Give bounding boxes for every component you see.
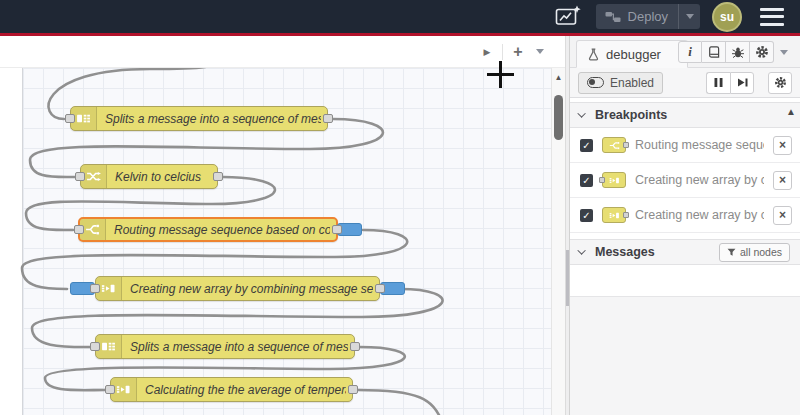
flow-node-split-1[interactable]: Splits a message into a sequence of mess… xyxy=(70,106,328,131)
pause-icon xyxy=(712,76,725,89)
output-port-icon xyxy=(623,212,629,218)
breakpoint-checkbox[interactable]: ✓ xyxy=(580,139,593,152)
input-port[interactable] xyxy=(90,284,100,293)
flow-node-switch[interactable]: Routing message sequence based on condit… xyxy=(78,217,338,242)
flow-node-join-1[interactable]: Creating new array by combining message … xyxy=(95,276,380,301)
messages-empty-list xyxy=(570,265,800,297)
pause-button[interactable] xyxy=(706,72,730,94)
input-port[interactable] xyxy=(105,385,115,394)
sidebar-tab-list-button[interactable] xyxy=(774,41,794,63)
flask-icon xyxy=(587,48,600,61)
debug-button[interactable] xyxy=(726,41,750,63)
join-node-icon xyxy=(602,172,626,188)
plus-icon: + xyxy=(513,43,522,61)
toggle-icon xyxy=(587,77,604,88)
main-area: Splits a message into a sequence of mess… xyxy=(0,36,800,415)
info-icon: i xyxy=(688,44,692,60)
output-port[interactable] xyxy=(375,284,385,293)
node-label: Calculating the the average of temperatu… xyxy=(145,383,346,397)
caret-down-icon xyxy=(780,50,788,55)
caret-down-icon xyxy=(686,14,694,19)
remove-breakpoint-button[interactable]: × xyxy=(773,171,792,190)
output-port[interactable] xyxy=(332,225,342,234)
output-port[interactable] xyxy=(350,342,360,351)
playback-button-group xyxy=(706,72,754,94)
tab-debugger[interactable]: debugger xyxy=(576,40,688,68)
join-node-icon xyxy=(602,207,626,223)
step-button[interactable] xyxy=(730,72,754,94)
node-label: Creating new array by combining message … xyxy=(130,282,373,296)
flow-tabs-strip: ▶ + xyxy=(0,36,565,68)
section-title: Breakpoints xyxy=(595,108,667,122)
breakpoint-row[interactable]: ✓ Creating new array by combini × xyxy=(570,163,800,198)
gear-icon xyxy=(774,76,787,89)
breakpoint-row[interactable]: ✓ Creating new array by combini × xyxy=(570,198,800,233)
breakpoint-checkbox[interactable]: ✓ xyxy=(580,209,593,222)
remove-breakpoint-button[interactable]: × xyxy=(773,206,792,225)
filter-label: all nodes xyxy=(740,246,782,258)
sidebar: debugger i Enabled xyxy=(570,36,800,415)
input-port[interactable] xyxy=(65,114,75,123)
breakpoint-checkbox[interactable]: ✓ xyxy=(580,174,593,187)
export-flows-icon xyxy=(555,5,582,28)
debugger-settings-button[interactable] xyxy=(768,72,792,94)
deploy-button[interactable]: Deploy xyxy=(596,4,700,29)
splitter-handle[interactable] xyxy=(566,250,569,306)
play-icon: ▶ xyxy=(484,47,491,57)
switch-node-icon xyxy=(602,137,626,153)
caret-down-icon xyxy=(536,49,544,54)
node-label: Splits a message into a sequence of mess… xyxy=(105,112,321,126)
deploy-options-caret[interactable] xyxy=(678,4,700,29)
chevron-down-icon xyxy=(577,109,585,117)
node-label: Kelvin to celcius xyxy=(115,170,211,184)
flow-canvas[interactable]: Splits a message into a sequence of mess… xyxy=(0,36,565,415)
config-button[interactable] xyxy=(750,41,774,63)
step-icon xyxy=(736,76,749,89)
debugger-enabled-toggle[interactable]: Enabled xyxy=(578,72,663,94)
export-flows-button[interactable] xyxy=(554,5,584,29)
messages-section-header[interactable]: Messages all nodes xyxy=(570,239,800,265)
input-port[interactable] xyxy=(90,342,100,351)
main-menu-button[interactable] xyxy=(760,8,784,26)
flow-list-button[interactable] xyxy=(529,41,551,63)
debugger-toolbar: Enabled xyxy=(570,68,800,98)
input-port[interactable] xyxy=(74,225,84,234)
node-red-app: Deploy su Splits a m xyxy=(0,0,800,415)
deploy-label: Deploy xyxy=(628,9,668,24)
breakpoint-label: Creating new array by combini xyxy=(635,208,764,222)
output-port[interactable] xyxy=(348,385,358,394)
user-avatar[interactable]: su xyxy=(712,2,742,32)
header: Deploy su xyxy=(0,0,800,36)
chevron-down-icon xyxy=(577,246,585,254)
sidebar-filler xyxy=(570,297,800,415)
flow-node-change[interactable]: Kelvin to celcius xyxy=(80,164,218,189)
scrollbar-thumb[interactable] xyxy=(554,95,563,140)
info-button[interactable]: i xyxy=(678,41,702,63)
input-port[interactable] xyxy=(75,172,85,181)
hamburger-icon xyxy=(760,8,784,11)
list-scroll-up-icon[interactable]: ▲ xyxy=(786,106,796,117)
input-port-icon xyxy=(599,177,605,183)
library-icon xyxy=(707,45,721,59)
canvas-scrollbar[interactable]: ▲ xyxy=(551,68,565,415)
breakpoint-row[interactable]: ✓ Routing message sequence ba × xyxy=(570,128,800,163)
flow-node-split-2[interactable]: Splits a message into a sequence of mess… xyxy=(95,334,355,359)
breakpoint-label: Creating new array by combini xyxy=(635,173,764,187)
scroll-up-icon[interactable]: ▲ xyxy=(552,68,565,82)
library-button[interactable] xyxy=(702,41,726,63)
add-flow-button[interactable]: + xyxy=(507,41,529,63)
sidebar-tab-bar: debugger i xyxy=(570,36,800,68)
remove-breakpoint-button[interactable]: × xyxy=(773,136,792,155)
wire[interactable] xyxy=(358,390,442,415)
scroll-tabs-button[interactable]: ▶ xyxy=(476,41,498,63)
output-port[interactable] xyxy=(323,114,333,123)
breakpoints-section-header[interactable]: Breakpoints xyxy=(570,102,800,128)
node-label: Splits a message into a sequence of mess… xyxy=(130,340,348,354)
avatar-initials: su xyxy=(720,10,734,24)
message-filter-button[interactable]: all nodes xyxy=(719,243,790,262)
enabled-label: Enabled xyxy=(610,76,654,90)
gear-icon xyxy=(755,45,769,59)
output-port[interactable] xyxy=(213,172,223,181)
flow-node-join-2[interactable]: Calculating the the average of temperatu… xyxy=(110,377,353,402)
section-title: Messages xyxy=(595,245,655,259)
